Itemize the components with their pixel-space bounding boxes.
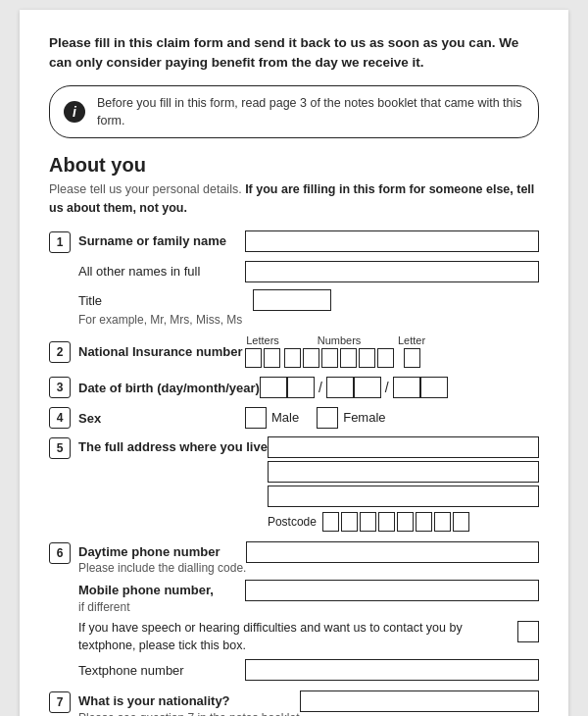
- ni-box-n4[interactable]: [340, 348, 357, 368]
- form-page: Please fill in this claim form and send …: [20, 10, 568, 716]
- pc-box5[interactable]: [397, 512, 414, 532]
- ni-numbers-label: Numbers: [318, 334, 362, 346]
- sex-male-box[interactable]: [245, 407, 267, 429]
- q6-textphone-label: Textphone number: [78, 660, 245, 680]
- pc-box1[interactable]: [322, 512, 339, 532]
- step-6: 6: [49, 542, 71, 564]
- pc-box6[interactable]: [416, 512, 432, 532]
- textphone-number-row: Textphone number: [78, 659, 539, 681]
- q4-label: Sex: [78, 408, 245, 428]
- q6-mobile-input[interactable]: [245, 580, 539, 601]
- dob-sep1: /: [318, 380, 322, 395]
- ni-box-n6[interactable]: [377, 348, 394, 368]
- q4-row: 4 Sex Male Female: [49, 406, 539, 429]
- sex-female-label: Female: [343, 410, 385, 425]
- section-subtitle: Please tell us your personal details. If…: [49, 180, 539, 218]
- ni-letter2-group: Letter: [398, 334, 425, 368]
- dob-day1[interactable]: [260, 377, 287, 398]
- q3-label: Date of birth (day/month/year): [78, 378, 260, 397]
- q3-row: 3 Date of birth (day/month/year) / /: [49, 376, 539, 398]
- q1-label: Surname or family name: [78, 230, 245, 250]
- dob-sep2: /: [385, 380, 389, 395]
- section-title: About you: [49, 154, 539, 177]
- postcode-row: Postcode: [268, 512, 539, 532]
- q2-label: National Insurance number: [78, 341, 245, 361]
- q6-textphone-input[interactable]: [245, 659, 539, 681]
- q1-surname-input[interactable]: [245, 230, 539, 252]
- pc-box7[interactable]: [434, 512, 451, 532]
- ni-box-n1[interactable]: [284, 348, 301, 368]
- q6-sub: Please include the dialling code.: [78, 561, 246, 575]
- textphone-text-content: If you have speech or hearing difficulti…: [78, 621, 463, 652]
- address-block: Postcode: [268, 436, 539, 532]
- ni-letters-group: Letters: [245, 334, 280, 368]
- q6-row: 6 Daytime phone number Please include th…: [49, 541, 539, 681]
- sex-male-label: Male: [271, 410, 299, 425]
- dob-yr2[interactable]: [420, 377, 448, 398]
- dob-mon1[interactable]: [326, 377, 354, 398]
- intro-text: Please fill in this claim form and send …: [49, 33, 539, 74]
- dob-day2[interactable]: [287, 377, 315, 398]
- q6-phone-input[interactable]: [246, 541, 539, 563]
- q1-title-row: Title For example, Mr, Mrs, Miss, Ms: [78, 289, 539, 327]
- dob-mon2[interactable]: [354, 377, 381, 398]
- address-line3[interactable]: [268, 486, 539, 507]
- dob-yr1[interactable]: [393, 377, 420, 398]
- info-box-text: Before you fill in this form, read page …: [97, 94, 524, 129]
- subtitle-plain: Please tell us your personal details.: [49, 182, 245, 196]
- pc-box8[interactable]: [453, 512, 469, 532]
- q2-row: 2 National Insurance number Letters Numb…: [49, 334, 539, 368]
- q1-row: 1 Surname or family name: [49, 230, 539, 253]
- q6-label-block: Daytime phone number Please include the …: [78, 541, 246, 575]
- q7-label: What is your nationality?: [78, 690, 300, 710]
- pc-box4[interactable]: [378, 512, 395, 532]
- q6-mobile-label: Mobile phone number,: [78, 580, 245, 599]
- step-3: 3: [49, 377, 71, 398]
- q6-label: Daytime phone number: [78, 541, 246, 561]
- dob-inputs: / /: [260, 377, 448, 398]
- q1-othername-row: All other names in full: [78, 261, 539, 282]
- ni-box-n3[interactable]: [321, 348, 338, 368]
- step-7: 7: [49, 691, 71, 713]
- pc-box3[interactable]: [360, 512, 376, 532]
- q7-block: What is your nationality? Please see que…: [78, 690, 539, 716]
- step-5: 5: [49, 437, 71, 459]
- q6-mobile-sub: if different: [78, 600, 245, 614]
- ni-box-la[interactable]: [404, 348, 420, 368]
- q1-othername-label: All other names in full: [78, 261, 245, 281]
- ni-letter2-label: Letter: [398, 334, 425, 346]
- postcode-label: Postcode: [268, 515, 317, 529]
- q7-label-block: What is your nationality? Please see que…: [78, 690, 300, 716]
- q7-note: Please see question 7 in the notes bookl…: [78, 710, 300, 716]
- q7-row: 7 What is your nationality? Please see q…: [49, 690, 539, 716]
- q6-block: Daytime phone number Please include the …: [78, 541, 539, 681]
- q7-nationality-input[interactable]: [300, 690, 540, 712]
- q1-othername-input[interactable]: [245, 261, 539, 282]
- step-2: 2: [49, 341, 71, 363]
- sex-female-box[interactable]: [317, 407, 338, 429]
- textphone-text: If you have speech or hearing difficulti…: [78, 619, 508, 654]
- ni-number-boxes: Letters Numbers: [245, 334, 425, 368]
- step-4: 4: [49, 407, 71, 429]
- ni-box-n5[interactable]: [359, 348, 375, 368]
- postcode-boxes: [322, 512, 469, 532]
- info-box: i Before you fill in this form, read pag…: [49, 85, 539, 138]
- q1-title-input[interactable]: [253, 289, 331, 311]
- q5-label: The full address where you live: [78, 436, 268, 456]
- ni-numbers-group: Numbers: [284, 334, 394, 368]
- sex-options: Male Female: [245, 407, 404, 429]
- pc-box2[interactable]: [341, 512, 358, 532]
- q6-mobile-label-block: Mobile phone number, if different: [78, 580, 245, 613]
- q1-title-sub: For example, Mr, Mrs, Miss, Ms: [78, 313, 242, 327]
- textphone-tick-box[interactable]: [517, 621, 539, 642]
- address-line2[interactable]: [268, 461, 539, 483]
- step-1: 1: [49, 231, 71, 253]
- info-icon: i: [64, 101, 85, 123]
- q1-title-label: Title: [78, 290, 245, 310]
- ni-box-l2[interactable]: [264, 348, 280, 368]
- ni-box-n2[interactable]: [303, 348, 319, 368]
- ni-letters-label: Letters: [246, 334, 279, 346]
- q5-row: 5 The full address where you live Postco…: [49, 436, 539, 532]
- address-line1[interactable]: [268, 436, 539, 458]
- ni-box-l1[interactable]: [245, 348, 262, 368]
